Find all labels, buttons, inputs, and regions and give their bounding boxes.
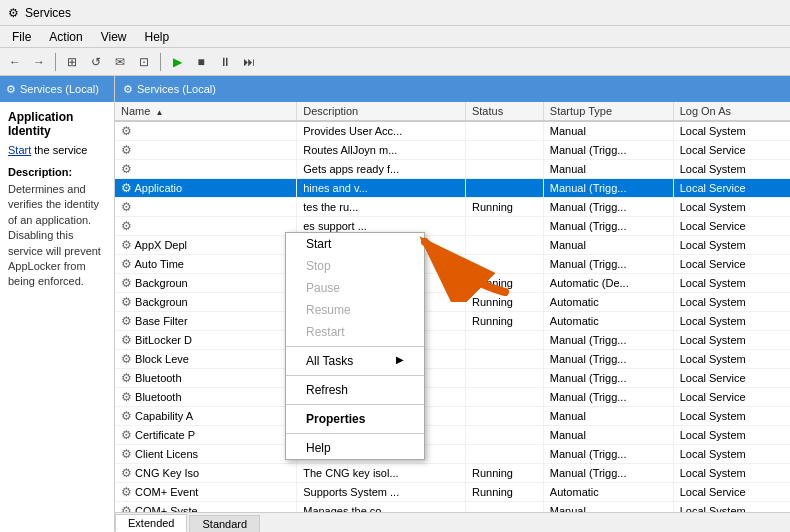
table-row[interactable]: ⚙ Base Filterse Filterin...RunningAutoma… <box>115 312 790 331</box>
cell-logon: Local System <box>673 407 790 426</box>
table-row[interactable]: ⚙ Provides User Acc...ManualLocal System <box>115 121 790 141</box>
cell-startup: Manual <box>543 407 673 426</box>
service-icon: ⚙ <box>121 219 132 233</box>
table-row[interactable]: ⚙ Applicatiohines and v...Manual (Trigg.… <box>115 179 790 198</box>
table-row[interactable]: ⚙ Certificate PCopies user certifi...Man… <box>115 426 790 445</box>
table-row[interactable]: ⚙ Routes AllJoyn m...Manual (Trigg...Loc… <box>115 141 790 160</box>
properties-button[interactable]: ⊡ <box>133 51 155 73</box>
desc-title: Description: <box>8 166 106 178</box>
cell-logon: Local Service <box>673 388 790 407</box>
table-row[interactable]: ⚙ Client LicensProvides infrastru...Manu… <box>115 445 790 464</box>
ctx-item-refresh[interactable]: Refresh <box>286 379 424 401</box>
cell-startup: Manual (Trigg... <box>543 350 673 369</box>
col-header-desc[interactable]: Description <box>297 102 466 121</box>
table-row[interactable]: ⚙ Backgrounws infrastr...RunningAutomati… <box>115 293 790 312</box>
refresh-button[interactable]: ↺ <box>85 51 107 73</box>
cell-name: ⚙ Bluetooth <box>115 369 297 388</box>
service-icon: ⚙ <box>121 390 132 404</box>
table-row[interactable]: ⚙ Backgrounrs files in t...RunningAutoma… <box>115 274 790 293</box>
service-icon: ⚙ <box>121 314 132 328</box>
stop-button[interactable]: ■ <box>190 51 212 73</box>
table-row[interactable]: ⚙ COM+ SysteManages the co...ManualLocal… <box>115 502 790 513</box>
service-icon: ⚙ <box>121 371 132 385</box>
table-row[interactable]: ⚙ Block LeveBENGINE s...Manual (Trigg...… <box>115 350 790 369</box>
service-icon: ⚙ <box>121 200 132 214</box>
sort-arrow: ▲ <box>155 108 163 117</box>
restart-button[interactable]: ⏭ <box>238 51 260 73</box>
cell-startup: Manual <box>543 236 673 255</box>
table-row[interactable]: ⚙ Gets apps ready f...ManualLocal System <box>115 160 790 179</box>
cell-name: ⚙ BitLocker D <box>115 331 297 350</box>
service-icon: ⚙ <box>121 428 132 442</box>
ctx-separator <box>286 346 424 347</box>
table-row[interactable]: ⚙ es support ...Manual (Trigg...Local Se… <box>115 217 790 236</box>
table-row[interactable]: ⚙ Capability AProvides facilities...Manu… <box>115 407 790 426</box>
play-button[interactable]: ▶ <box>166 51 188 73</box>
cell-name: ⚙ <box>115 121 297 141</box>
ctx-item-stop: Stop <box>286 255 424 277</box>
show-hide-button[interactable]: ⊞ <box>61 51 83 73</box>
export-button[interactable]: ✉ <box>109 51 131 73</box>
cell-desc: Supports System ... <box>297 483 466 502</box>
table-row[interactable]: ⚙ Bluetooths wireless ...Manual (Trigg..… <box>115 369 790 388</box>
table-row[interactable]: ⚙ tes the ru...RunningManual (Trigg...Lo… <box>115 198 790 217</box>
menu-action[interactable]: Action <box>41 28 90 46</box>
services-panel: ⚙ Services (Local) Name ▲ Description St… <box>115 76 790 532</box>
table-row[interactable]: ⚙ CNG Key IsoThe CNG key isol...RunningM… <box>115 464 790 483</box>
col-header-logon[interactable]: Log On As <box>673 102 790 121</box>
start-link[interactable]: Start <box>8 144 31 156</box>
col-header-status[interactable]: Status <box>465 102 543 121</box>
menu-view[interactable]: View <box>93 28 135 46</box>
forward-button[interactable]: → <box>28 51 50 73</box>
title-bar-text: Services <box>25 6 71 20</box>
service-icon: ⚙ <box>121 238 132 252</box>
cell-name: ⚙ CNG Key Iso <box>115 464 297 483</box>
cell-status <box>465 445 543 464</box>
service-icon: ⚙ <box>121 447 132 461</box>
col-header-name[interactable]: Name ▲ <box>115 102 297 121</box>
cell-status: Running <box>465 274 543 293</box>
cell-logon: Local System <box>673 198 790 217</box>
ctx-item-properties[interactable]: Properties <box>286 408 424 430</box>
cell-status: Running <box>465 198 543 217</box>
ctx-item-start[interactable]: Start <box>286 233 424 255</box>
ctx-item-help[interactable]: Help <box>286 437 424 459</box>
cell-startup: Automatic <box>543 293 673 312</box>
tab-standard[interactable]: Standard <box>189 515 260 532</box>
cell-startup: Automatic <box>543 312 673 331</box>
services-table: Name ▲ Description Status Startup Type L… <box>115 102 790 512</box>
cell-status: Running <box>465 483 543 502</box>
back-button[interactable]: ← <box>4 51 26 73</box>
cell-logon: Local System <box>673 502 790 513</box>
ctx-item-all-tasks[interactable]: All Tasks <box>286 350 424 372</box>
cell-status <box>465 350 543 369</box>
cell-logon: Local Service <box>673 483 790 502</box>
cell-startup: Manual (Trigg... <box>543 217 673 236</box>
cell-status <box>465 217 543 236</box>
toolbar-separator-1 <box>55 53 56 71</box>
cell-status <box>465 179 543 198</box>
menu-help[interactable]: Help <box>137 28 178 46</box>
cell-name: ⚙ Base Filter <box>115 312 297 331</box>
cell-logon: Local Service <box>673 217 790 236</box>
table-row[interactable]: ⚙ BitLocker DC hosts th...Manual (Trigg.… <box>115 331 790 350</box>
cell-name: ⚙ Capability A <box>115 407 297 426</box>
cell-logon: Local System <box>673 160 790 179</box>
table-row[interactable]: ⚙ Auto Timeilly set...Manual (Trigg...Lo… <box>115 255 790 274</box>
cell-status <box>465 426 543 445</box>
col-header-startup[interactable]: Startup Type <box>543 102 673 121</box>
tab-extended[interactable]: Extended <box>115 514 187 532</box>
service-name: Application Identity <box>8 110 106 138</box>
cell-status <box>465 160 543 179</box>
cell-status <box>465 331 543 350</box>
table-row[interactable]: ⚙ AppX Deplinfrastruct...ManualLocal Sys… <box>115 236 790 255</box>
cell-startup: Manual (Trigg... <box>543 198 673 217</box>
pause-button[interactable]: ⏸ <box>214 51 236 73</box>
sidebar-header-icon: ⚙ <box>6 83 16 96</box>
cell-name: ⚙ COM+ Event <box>115 483 297 502</box>
ctx-item-resume: Resume <box>286 299 424 321</box>
menu-file[interactable]: File <box>4 28 39 46</box>
table-row[interactable]: ⚙ COM+ EventSupports System ...RunningAu… <box>115 483 790 502</box>
service-icon: ⚙ <box>121 333 132 347</box>
table-row[interactable]: ⚙ Bluetoothluetooth se...Manual (Trigg..… <box>115 388 790 407</box>
